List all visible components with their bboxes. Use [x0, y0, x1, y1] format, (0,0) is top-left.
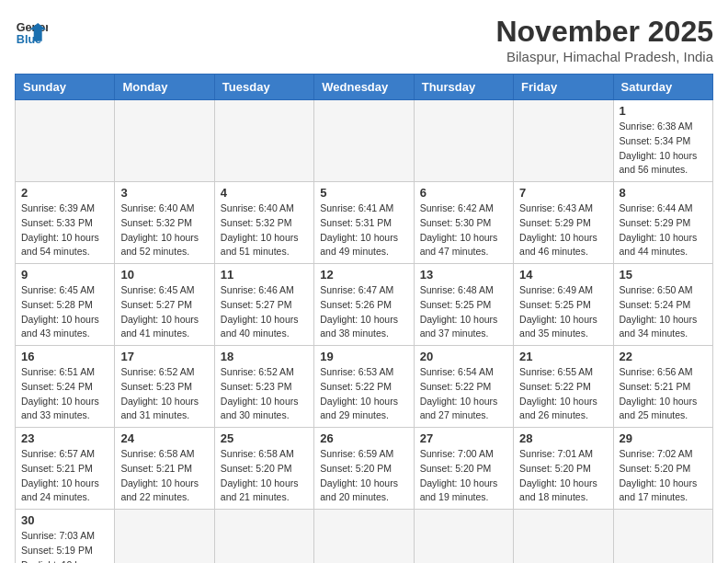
calendar-cell: 13Sunrise: 6:48 AMSunset: 5:25 PMDayligh… — [414, 264, 513, 346]
calendar-cell: 27Sunrise: 7:00 AMSunset: 5:20 PMDayligh… — [414, 428, 513, 510]
calendar-week-4: 23Sunrise: 6:57 AMSunset: 5:21 PMDayligh… — [16, 428, 713, 510]
calendar-cell: 7Sunrise: 6:43 AMSunset: 5:29 PMDaylight… — [514, 182, 613, 264]
day-info: Sunrise: 6:48 AMSunset: 5:25 PMDaylight:… — [420, 283, 507, 341]
calendar-cell: 23Sunrise: 6:57 AMSunset: 5:21 PMDayligh… — [16, 428, 115, 510]
calendar-cell: 24Sunrise: 6:58 AMSunset: 5:21 PMDayligh… — [115, 428, 214, 510]
day-number: 26 — [320, 431, 407, 445]
calendar-cell: 14Sunrise: 6:49 AMSunset: 5:25 PMDayligh… — [514, 264, 613, 346]
day-number: 8 — [620, 186, 707, 200]
day-number: 2 — [21, 186, 108, 200]
logo: General Blue — [15, 15, 48, 48]
calendar-cell: 18Sunrise: 6:52 AMSunset: 5:23 PMDayligh… — [214, 346, 313, 428]
day-number: 29 — [620, 431, 707, 445]
calendar-cell — [613, 510, 712, 564]
month-title: November 2025 — [495, 15, 713, 49]
calendar-cell: 1Sunrise: 6:38 AMSunset: 5:34 PMDaylight… — [613, 100, 712, 182]
day-number: 22 — [620, 350, 707, 363]
title-section: November 2025 Bilaspur, Himachal Pradesh… — [495, 15, 713, 64]
calendar-cell — [514, 510, 613, 564]
day-info: Sunrise: 6:45 AMSunset: 5:27 PMDaylight:… — [120, 283, 208, 341]
calendar-cell: 22Sunrise: 6:56 AMSunset: 5:21 PMDayligh… — [613, 346, 712, 428]
day-number: 17 — [120, 350, 208, 363]
calendar-cell: 8Sunrise: 6:44 AMSunset: 5:29 PMDaylight… — [613, 182, 712, 264]
day-number: 10 — [120, 268, 208, 282]
day-info: Sunrise: 6:46 AMSunset: 5:27 PMDaylight:… — [221, 283, 308, 341]
calendar-cell — [314, 510, 414, 564]
calendar-cell — [414, 100, 513, 182]
day-number: 14 — [519, 268, 607, 282]
weekday-header-monday: Monday — [115, 75, 214, 100]
calendar-cell — [115, 100, 214, 182]
day-info: Sunrise: 6:57 AMSunset: 5:21 PMDaylight:… — [21, 447, 108, 505]
day-number: 20 — [420, 350, 507, 363]
day-info: Sunrise: 7:01 AMSunset: 5:20 PMDaylight:… — [519, 447, 607, 505]
location: Bilaspur, Himachal Pradesh, India — [495, 49, 713, 64]
calendar-cell — [214, 100, 313, 182]
calendar-cell — [214, 510, 313, 564]
day-info: Sunrise: 6:59 AMSunset: 5:20 PMDaylight:… — [320, 447, 407, 505]
day-number: 3 — [120, 186, 208, 200]
calendar-table: SundayMondayTuesdayWednesdayThursdayFrid… — [15, 74, 713, 563]
day-number: 7 — [519, 186, 607, 200]
calendar-cell: 30Sunrise: 7:03 AMSunset: 5:19 PMDayligh… — [16, 510, 115, 564]
day-info: Sunrise: 6:40 AMSunset: 5:32 PMDaylight:… — [120, 201, 208, 259]
day-info: Sunrise: 6:56 AMSunset: 5:21 PMDaylight:… — [620, 365, 707, 423]
day-info: Sunrise: 6:54 AMSunset: 5:22 PMDaylight:… — [420, 365, 507, 423]
calendar-cell: 9Sunrise: 6:45 AMSunset: 5:28 PMDaylight… — [16, 264, 115, 346]
calendar-cell — [16, 100, 115, 182]
calendar-cell: 28Sunrise: 7:01 AMSunset: 5:20 PMDayligh… — [514, 428, 613, 510]
day-number: 18 — [221, 350, 308, 363]
weekday-header-tuesday: Tuesday — [214, 75, 313, 100]
calendar-week-3: 16Sunrise: 6:51 AMSunset: 5:24 PMDayligh… — [16, 346, 713, 428]
day-info: Sunrise: 6:41 AMSunset: 5:31 PMDaylight:… — [320, 201, 407, 259]
day-info: Sunrise: 6:45 AMSunset: 5:28 PMDaylight:… — [21, 283, 108, 341]
calendar-cell — [514, 100, 613, 182]
day-info: Sunrise: 6:50 AMSunset: 5:24 PMDaylight:… — [620, 283, 707, 341]
calendar-cell — [115, 510, 214, 564]
day-number: 19 — [320, 350, 407, 363]
weekday-header-friday: Friday — [514, 75, 613, 100]
day-number: 11 — [221, 268, 308, 282]
day-number: 16 — [21, 350, 108, 363]
day-number: 25 — [221, 431, 308, 445]
calendar-cell: 16Sunrise: 6:51 AMSunset: 5:24 PMDayligh… — [16, 346, 115, 428]
page-header: General Blue November 2025 Bilaspur, Him… — [15, 15, 713, 64]
calendar-cell: 11Sunrise: 6:46 AMSunset: 5:27 PMDayligh… — [214, 264, 313, 346]
day-number: 23 — [21, 431, 108, 445]
day-info: Sunrise: 6:52 AMSunset: 5:23 PMDaylight:… — [120, 365, 208, 423]
day-info: Sunrise: 6:38 AMSunset: 5:34 PMDaylight:… — [620, 120, 707, 178]
calendar-cell: 6Sunrise: 6:42 AMSunset: 5:30 PMDaylight… — [414, 182, 513, 264]
day-number: 30 — [21, 513, 108, 527]
day-info: Sunrise: 6:49 AMSunset: 5:25 PMDaylight:… — [519, 283, 607, 341]
day-number: 12 — [320, 268, 407, 282]
logo-icon: General Blue — [15, 15, 48, 48]
day-number: 5 — [320, 186, 407, 200]
calendar-cell: 12Sunrise: 6:47 AMSunset: 5:26 PMDayligh… — [314, 264, 414, 346]
calendar-cell: 15Sunrise: 6:50 AMSunset: 5:24 PMDayligh… — [613, 264, 712, 346]
day-number: 1 — [620, 104, 707, 118]
day-number: 4 — [221, 186, 308, 200]
calendar-cell: 19Sunrise: 6:53 AMSunset: 5:22 PMDayligh… — [314, 346, 414, 428]
calendar-cell: 10Sunrise: 6:45 AMSunset: 5:27 PMDayligh… — [115, 264, 214, 346]
day-info: Sunrise: 6:40 AMSunset: 5:32 PMDaylight:… — [221, 201, 308, 259]
calendar-cell: 2Sunrise: 6:39 AMSunset: 5:33 PMDaylight… — [16, 182, 115, 264]
day-info: Sunrise: 6:55 AMSunset: 5:22 PMDaylight:… — [519, 365, 607, 423]
day-number: 15 — [620, 268, 707, 282]
day-info: Sunrise: 6:43 AMSunset: 5:29 PMDaylight:… — [519, 201, 607, 259]
day-info: Sunrise: 7:03 AMSunset: 5:19 PMDaylight:… — [21, 529, 108, 563]
day-info: Sunrise: 6:58 AMSunset: 5:20 PMDaylight:… — [221, 447, 308, 505]
weekday-header-saturday: Saturday — [613, 75, 712, 100]
calendar-cell: 29Sunrise: 7:02 AMSunset: 5:20 PMDayligh… — [613, 428, 712, 510]
day-info: Sunrise: 6:44 AMSunset: 5:29 PMDaylight:… — [620, 201, 707, 259]
day-info: Sunrise: 6:58 AMSunset: 5:21 PMDaylight:… — [120, 447, 208, 505]
day-number: 24 — [120, 431, 208, 445]
calendar-cell: 20Sunrise: 6:54 AMSunset: 5:22 PMDayligh… — [414, 346, 513, 428]
weekday-header-thursday: Thursday — [414, 75, 513, 100]
calendar-week-5: 30Sunrise: 7:03 AMSunset: 5:19 PMDayligh… — [16, 510, 713, 564]
weekday-header-wednesday: Wednesday — [314, 75, 414, 100]
day-info: Sunrise: 6:53 AMSunset: 5:22 PMDaylight:… — [320, 365, 407, 423]
calendar-week-2: 9Sunrise: 6:45 AMSunset: 5:28 PMDaylight… — [16, 264, 713, 346]
calendar-cell: 21Sunrise: 6:55 AMSunset: 5:22 PMDayligh… — [514, 346, 613, 428]
day-info: Sunrise: 7:00 AMSunset: 5:20 PMDaylight:… — [420, 447, 507, 505]
weekday-header-sunday: Sunday — [16, 75, 115, 100]
